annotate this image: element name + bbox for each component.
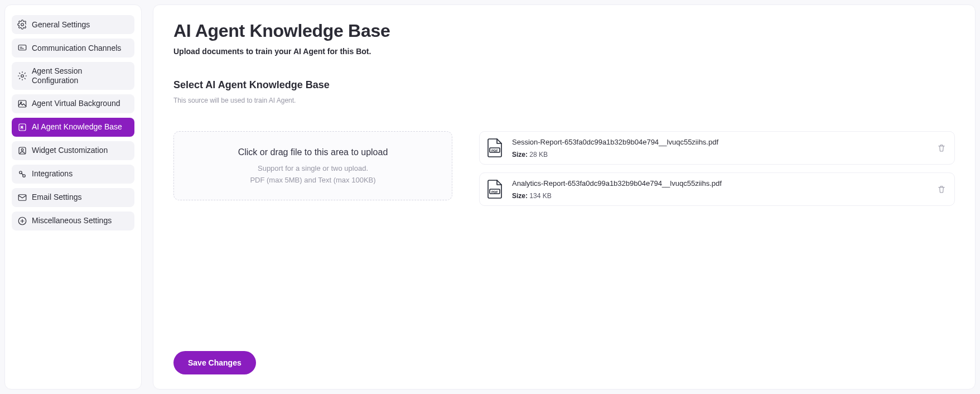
file-size: Size: 28 KB	[512, 151, 929, 158]
file-upload-dropzone[interactable]: Click or drag file to this area to uploa…	[173, 131, 452, 200]
file-card: PDF Analytics-Report-653fa0dc99a1b32b9b0…	[479, 172, 955, 206]
file-info: Analytics-Report-653fa0dc99a1b32b9b04e79…	[512, 179, 929, 200]
sidebar-item-widget-customization[interactable]: Widget Customization	[12, 141, 134, 160]
chat-icon	[17, 43, 27, 53]
main-panel: AI Agent Knowledge Base Upload documents…	[153, 4, 976, 390]
file-size: Size: 134 KB	[512, 192, 929, 200]
pdf-file-icon: PDF	[485, 137, 504, 158]
svg-point-4	[21, 102, 22, 103]
save-changes-button[interactable]: Save Changes	[173, 351, 256, 374]
delete-file-button[interactable]	[936, 143, 947, 153]
footer-actions: Save Changes	[173, 334, 955, 374]
sidebar-item-integrations[interactable]: Integrations	[12, 165, 134, 184]
svg-rect-1	[18, 45, 26, 50]
user-square-icon	[17, 146, 27, 156]
sidebar-item-communication-channels[interactable]: Communication Channels	[12, 39, 134, 57]
sidebar-item-agent-virtual-background[interactable]: Agent Virtual Background	[12, 94, 134, 113]
section-title: Select AI Agent Knowledge Base	[173, 79, 955, 91]
file-name: Session-Report-653fa0dc99a1b32b9b04e794_…	[512, 138, 929, 146]
svg-text:PDF: PDF	[491, 149, 498, 152]
svg-point-0	[21, 23, 24, 26]
svg-point-2	[21, 75, 24, 78]
sidebar-item-label: Widget Customization	[32, 146, 108, 155]
uploaded-files-list: PDF Session-Report-653fa0dc99a1b32b9b04e…	[479, 131, 955, 206]
sidebar-item-general-settings[interactable]: General Settings	[12, 15, 134, 34]
file-name: Analytics-Report-653fa0dc99a1b32b9b04e79…	[512, 179, 929, 188]
integration-icon	[17, 169, 27, 179]
svg-text:PDF: PDF	[491, 190, 498, 194]
section-description: This source will be used to train AI Age…	[173, 97, 955, 104]
knowledge-base-content-row: Click or drag file to this area to uploa…	[173, 131, 955, 206]
upload-title: Click or drag file to this area to uploa…	[185, 147, 441, 157]
delete-file-button[interactable]	[936, 184, 947, 194]
sidebar-item-label: Integrations	[32, 169, 73, 179]
gear-icon	[17, 20, 27, 30]
pdf-file-icon: PDF	[485, 179, 504, 200]
file-card: PDF Session-Report-653fa0dc99a1b32b9b04e…	[479, 131, 955, 165]
page-title: AI Agent Knowledge Base	[173, 21, 955, 41]
svg-rect-3	[18, 100, 26, 107]
sidebar-item-label: General Settings	[32, 20, 90, 30]
plus-circle-icon	[17, 216, 27, 226]
svg-point-7	[21, 148, 23, 151]
sidebar-item-email-settings[interactable]: Email Settings	[12, 188, 134, 207]
sidebar-item-label: Agent Virtual Background	[32, 99, 120, 108]
gear-icon	[17, 71, 27, 81]
settings-sidebar: General Settings Communication Channels …	[4, 4, 142, 390]
sidebar-item-agent-session-configuration[interactable]: Agent Session Configuration	[12, 62, 134, 90]
file-info: Session-Report-653fa0dc99a1b32b9b04e794_…	[512, 138, 929, 158]
sidebar-item-miscellaneous-settings[interactable]: Miscellaneous Settings	[12, 212, 134, 230]
image-icon	[17, 99, 27, 109]
svg-rect-10	[18, 194, 26, 200]
sidebar-item-label: Miscellaneous Settings	[32, 216, 112, 225]
sidebar-item-label: Agent Session Configuration	[32, 66, 129, 85]
mail-icon	[17, 193, 27, 203]
page-subtitle: Upload documents to train your AI Agent …	[173, 47, 955, 56]
sidebar-item-label: Email Settings	[32, 193, 81, 202]
sidebar-item-label: Communication Channels	[32, 44, 121, 53]
sidebar-item-ai-agent-knowledge-base[interactable]: AI Agent Knowledge Base	[12, 118, 134, 137]
upload-hint: Support for a single or two upload. PDF …	[185, 163, 441, 186]
ai-icon	[17, 122, 27, 132]
sidebar-item-label: AI Agent Knowledge Base	[32, 122, 122, 132]
app-root: General Settings Communication Channels …	[0, 0, 980, 394]
